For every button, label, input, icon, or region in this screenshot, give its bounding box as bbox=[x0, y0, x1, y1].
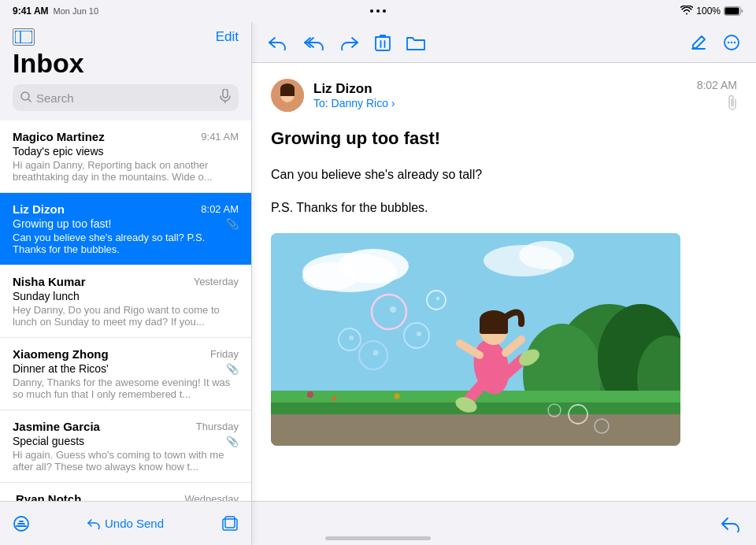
mail-item-selected[interactable]: Liz Dizon 8:02 AM Growing up too fast! 📎… bbox=[0, 193, 251, 265]
mail-subject: Dinner at the Ricos' 📎 bbox=[13, 362, 239, 375]
status-date: Mon Jun 10 bbox=[54, 6, 98, 16]
mail-item[interactable]: Jasmine Garcia Thursday Special guests 📎… bbox=[0, 410, 251, 483]
mail-item[interactable]: Ryan Notch Wednesday Out of town Howdy n… bbox=[0, 483, 251, 501]
battery-label: 100% bbox=[696, 6, 721, 17]
stack-button[interactable] bbox=[221, 515, 239, 532]
mail-preview: Danny, Thanks for the awesome evening! I… bbox=[13, 376, 239, 400]
svg-point-40 bbox=[307, 391, 313, 398]
svg-point-19 bbox=[728, 41, 729, 43]
mail-time: 8:02 AM bbox=[201, 203, 239, 215]
email-sender-info: Liz Dizon To: Danny Rico › bbox=[271, 79, 395, 112]
mail-time: Yesterday bbox=[194, 276, 239, 287]
mail-preview: Can you believe she's already so tall? P… bbox=[13, 232, 239, 255]
mail-sender: Liz Dizon bbox=[13, 202, 65, 216]
mail-subject: Today's epic views bbox=[13, 145, 239, 158]
mail-items-list: Magico Martinez 9:41 AM Today's epic vie… bbox=[0, 120, 251, 501]
status-bar-left: 9:41 AM Mon Jun 10 bbox=[13, 6, 98, 17]
mail-list-panel: Edit Inbox bbox=[0, 22, 252, 545]
email-content: Liz Dizon To: Danny Rico › 8:02 AM bbox=[252, 63, 756, 501]
mail-list-bottom-bar: Undo Send bbox=[0, 501, 251, 545]
email-timestamp: 8:02 AM bbox=[697, 79, 737, 113]
mail-list-header: Edit Inbox bbox=[0, 22, 251, 120]
home-indicator bbox=[325, 536, 431, 540]
svg-rect-2 bbox=[15, 31, 32, 43]
mail-preview: Hi again Danny, Reporting back on anothe… bbox=[13, 159, 239, 183]
attachment-icon: 📎 bbox=[226, 436, 239, 447]
svg-point-29 bbox=[302, 262, 358, 291]
mail-subject: Growing up too fast! 📎 bbox=[13, 217, 239, 230]
undo-send-button[interactable]: Undo Send bbox=[87, 517, 164, 530]
svg-rect-1 bbox=[725, 8, 739, 15]
svg-rect-13 bbox=[225, 517, 235, 528]
mail-sender: Ryan Notch bbox=[16, 492, 81, 501]
mail-time: Friday bbox=[210, 348, 239, 360]
toolbar-left bbox=[268, 34, 425, 51]
reply-bottom-button[interactable] bbox=[720, 515, 740, 532]
svg-point-31 bbox=[519, 241, 574, 269]
wifi-icon bbox=[680, 6, 693, 17]
attachment-icon: 📎 bbox=[226, 363, 239, 375]
mail-sender: Magico Martinez bbox=[13, 130, 105, 143]
email-body: Can you believe she's already so tall? P… bbox=[271, 165, 737, 217]
svg-point-61 bbox=[436, 297, 440, 301]
mail-item[interactable]: Xiaomeng Zhong Friday Dinner at the Rico… bbox=[0, 338, 251, 410]
email-to[interactable]: To: Danny Rico › bbox=[313, 97, 395, 109]
forward-button[interactable] bbox=[340, 35, 359, 50]
avatar bbox=[271, 79, 304, 112]
email-image bbox=[271, 233, 680, 446]
edit-button[interactable]: Edit bbox=[216, 29, 239, 45]
mail-subject: Sunday lunch bbox=[13, 290, 239, 302]
mail-subject: Special guests 📎 bbox=[13, 435, 239, 447]
folder-button[interactable] bbox=[406, 35, 425, 50]
reply-all-button[interactable] bbox=[302, 35, 324, 50]
reply-button[interactable] bbox=[268, 35, 287, 50]
sidebar-toggle-button[interactable] bbox=[13, 28, 35, 46]
mail-list-top-bar: Edit bbox=[13, 28, 239, 46]
svg-rect-47 bbox=[480, 320, 508, 334]
svg-point-21 bbox=[734, 41, 736, 43]
email-body-para2: P.S. Thanks for the bubbles. bbox=[271, 198, 737, 218]
mail-sender: Nisha Kumar bbox=[13, 275, 86, 288]
battery-icon bbox=[724, 6, 743, 16]
status-bar-center bbox=[370, 9, 386, 13]
svg-rect-6 bbox=[223, 89, 228, 98]
mail-time: 9:41 AM bbox=[201, 131, 239, 143]
email-detail-panel: Liz Dizon To: Danny Rico › 8:02 AM bbox=[252, 22, 756, 545]
email-body-para1: Can you believe she's already so tall? bbox=[271, 165, 737, 185]
mail-sender: Jasmine Garcia bbox=[13, 420, 100, 433]
mail-preview: Hey Danny, Do you and Rigo want to come … bbox=[13, 304, 239, 328]
svg-point-41 bbox=[332, 396, 336, 401]
svg-point-20 bbox=[731, 41, 732, 43]
compose-button[interactable] bbox=[690, 34, 707, 51]
undo-send-label: Undo Send bbox=[105, 517, 164, 530]
email-sender-details: Liz Dizon To: Danny Rico › bbox=[313, 81, 395, 109]
svg-point-57 bbox=[417, 332, 421, 336]
svg-point-63 bbox=[349, 336, 354, 340]
filter-button[interactable] bbox=[13, 515, 30, 532]
email-toolbar bbox=[252, 22, 756, 63]
attachment-paperclip-icon bbox=[728, 95, 737, 113]
inbox-title: Inbox bbox=[13, 49, 239, 78]
attachment-icon: 📎 bbox=[226, 218, 239, 230]
mail-preview: Hi again. Guess who's coming to town wit… bbox=[13, 449, 239, 473]
mail-time: Wednesday bbox=[185, 493, 239, 501]
app-container: Edit Inbox bbox=[0, 22, 756, 545]
svg-line-5 bbox=[28, 99, 31, 102]
status-bar-right: 100% bbox=[680, 6, 743, 17]
mail-item[interactable]: Magico Martinez 9:41 AM Today's epic vie… bbox=[0, 120, 251, 193]
email-header-row: Liz Dizon To: Danny Rico › 8:02 AM bbox=[271, 79, 737, 113]
svg-rect-14 bbox=[376, 37, 390, 50]
search-bar bbox=[13, 84, 239, 111]
mail-sender: Xiaomeng Zhong bbox=[13, 347, 109, 361]
email-subject: Growing up too fast! bbox=[271, 128, 737, 149]
svg-point-59 bbox=[373, 350, 379, 356]
more-button[interactable] bbox=[723, 34, 740, 51]
mic-icon[interactable] bbox=[220, 89, 231, 106]
svg-point-42 bbox=[395, 394, 400, 399]
search-icon bbox=[20, 91, 32, 105]
trash-button[interactable] bbox=[375, 34, 391, 51]
email-from-name: Liz Dizon bbox=[313, 81, 395, 97]
mail-item[interactable]: Nisha Kumar Yesterday Sunday lunch Hey D… bbox=[0, 265, 251, 338]
svg-rect-25 bbox=[280, 88, 295, 96]
search-input[interactable] bbox=[36, 91, 215, 105]
